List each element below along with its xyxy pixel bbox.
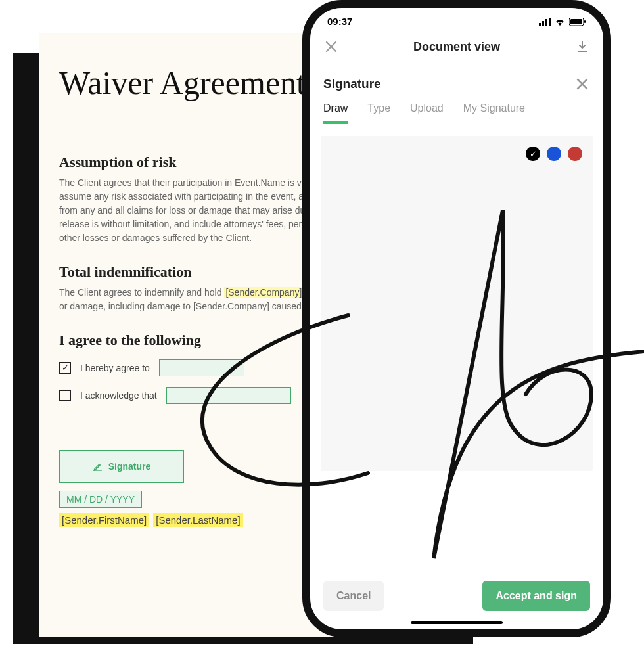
close-icon[interactable]	[323, 39, 339, 55]
fill-field[interactable]	[166, 387, 291, 404]
signature-canvas[interactable]: ✓	[321, 136, 593, 471]
svg-rect-6	[584, 20, 586, 23]
panel-header: Signature	[310, 64, 603, 99]
svg-rect-9	[578, 51, 587, 52]
close-panel-icon[interactable]	[574, 76, 590, 92]
color-blue[interactable]	[547, 147, 561, 161]
fill-field[interactable]	[159, 359, 244, 376]
home-indicator	[411, 621, 503, 624]
firstname-token: [Sender.FirstName]	[59, 513, 149, 527]
app-bar: Document view	[310, 32, 603, 64]
color-red[interactable]	[568, 147, 582, 161]
merge-token: [Sender.Company]	[224, 287, 303, 298]
action-row: Cancel Accept and sign	[310, 581, 603, 611]
panel-title: Signature	[323, 77, 381, 91]
status-bar: 09:37	[310, 8, 603, 32]
lastname-token: [Sender.LastName]	[153, 513, 242, 527]
check-label: I acknowledge that	[80, 390, 157, 401]
tab-type[interactable]: Type	[367, 102, 390, 124]
battery-icon	[569, 18, 586, 26]
date-field[interactable]: MM / DD / YYYY	[59, 491, 142, 508]
accept-sign-button[interactable]: Accept and sign	[482, 581, 590, 611]
pen-icon	[93, 461, 103, 472]
status-icons	[539, 18, 586, 26]
tab-draw[interactable]: Draw	[323, 102, 348, 124]
svg-rect-1	[542, 21, 544, 26]
color-picker: ✓	[526, 147, 582, 161]
status-time: 09:37	[327, 16, 352, 27]
color-black[interactable]: ✓	[526, 147, 540, 161]
svg-rect-5	[570, 19, 582, 24]
svg-rect-2	[545, 19, 547, 26]
signature-field[interactable]: Signature	[59, 450, 184, 483]
download-icon[interactable]	[574, 39, 590, 55]
checkbox-agree[interactable]: ✓	[59, 362, 71, 374]
appbar-title: Document view	[413, 40, 500, 54]
wifi-icon	[555, 18, 565, 26]
signature-label: Signature	[108, 461, 151, 472]
tab-mysignature[interactable]: My Signature	[463, 102, 525, 124]
check-icon: ✓	[530, 149, 537, 159]
svg-rect-0	[539, 23, 541, 26]
text: The Client agrees to indemnify and hold	[59, 287, 224, 298]
tab-upload[interactable]: Upload	[410, 102, 444, 124]
checkbox-acknowledge[interactable]	[59, 390, 71, 401]
cellular-icon	[539, 18, 551, 26]
tabs: Draw Type Upload My Signature	[310, 99, 603, 124]
svg-rect-3	[549, 18, 551, 26]
cancel-button[interactable]: Cancel	[323, 581, 384, 611]
phone-frame: 09:37 Document view Signature Draw Type …	[302, 0, 611, 637]
check-label: I hereby agree to	[80, 363, 150, 373]
divider	[310, 124, 603, 124]
